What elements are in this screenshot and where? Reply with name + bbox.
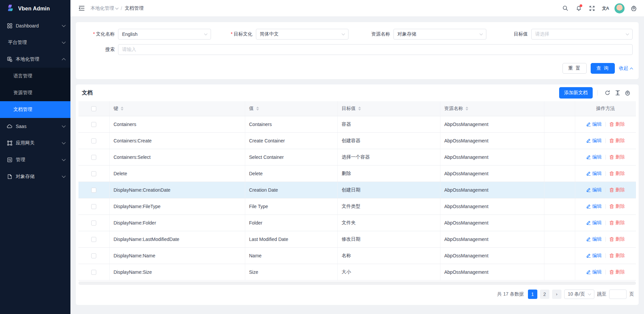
delete-button[interactable]: 删除 [609,253,625,259]
row-select-cell[interactable] [78,231,109,247]
row-select-cell[interactable] [78,198,109,214]
sidebar-item-gateway[interactable]: 应用网关 [0,135,70,151]
sidebar-item-language-management[interactable]: 语言管理 [0,68,70,84]
refresh-icon[interactable] [602,88,612,98]
sidebar-item-dashboard[interactable]: Dashboard [0,17,70,34]
table-row[interactable]: Containers Containers 容器 AbpOssManagemen… [78,116,636,132]
fullscreen-icon[interactable] [586,3,598,14]
edit-button[interactable]: 编辑 [586,220,602,226]
table-settings-gear-icon[interactable] [623,88,633,98]
collapse-form-link[interactable]: 收起 [619,65,633,71]
edit-button[interactable]: 编辑 [586,269,602,275]
logo[interactable]: Vben Admin [0,0,70,17]
delete-button[interactable]: 删除 [609,220,625,226]
sort-icon[interactable] [121,107,123,111]
delete-button[interactable]: 删除 [609,121,625,127]
sort-icon[interactable] [358,107,361,111]
resource-name-select[interactable]: 对象存储 [393,29,486,40]
table-row[interactable]: DisplayName:LastModifiedDate Last Modifi… [78,231,636,247]
column-resource-name[interactable]: 资源名称 [440,101,544,116]
row-height-icon[interactable] [612,88,623,98]
row-checkbox[interactable] [91,237,96,242]
row-select-cell[interactable] [78,182,109,198]
row-checkbox[interactable] [91,171,96,176]
sidebar-collapse-icon[interactable] [76,3,87,13]
query-button[interactable]: 查 询 [591,63,615,74]
delete-button[interactable]: 删除 [609,203,625,209]
row-checkbox[interactable] [91,122,96,127]
column-value[interactable]: 值 [245,101,337,116]
row-checkbox[interactable] [91,270,96,275]
cell-value: Creation Date [245,182,337,198]
row-select-cell[interactable] [78,149,109,165]
reset-button[interactable]: 重 置 [562,63,587,74]
edit-button[interactable]: 编辑 [586,138,602,144]
delete-button[interactable]: 删除 [609,187,625,193]
select-all-checkbox[interactable] [91,106,96,111]
sidebar-item-localization[interactable]: 本地化管理 [0,51,70,68]
breadcrumb-parent[interactable]: 本地化管理 [91,5,118,11]
sidebar-item-saas[interactable]: Saas [0,118,70,135]
jump-page-input[interactable] [609,290,627,299]
sidebar-item-object-storage[interactable]: 对象存储 [0,168,70,185]
row-checkbox[interactable] [91,204,96,209]
row-select-cell[interactable] [78,214,109,231]
notification-icon[interactable] [573,3,584,14]
sidebar-item-admin[interactable]: 管理 [0,151,70,168]
search-input[interactable]: 请输入 [118,44,633,55]
sort-icon[interactable] [256,107,259,111]
search-icon[interactable] [559,3,571,14]
add-document-button[interactable]: 添加新文档 [559,87,593,99]
edit-button[interactable]: 编辑 [586,171,602,177]
page-size-select[interactable]: 10 条/页 [564,290,594,299]
table-row[interactable]: DisplayName:Folder Folder 文件夹 AbpOssMana… [78,214,636,231]
column-target-value[interactable]: 目标值 [337,101,440,116]
edit-button[interactable]: 编辑 [586,253,602,259]
edit-button[interactable]: 编辑 [586,121,602,127]
table-row[interactable]: DisplayName:Size Size 大小 AbpOssManagemen… [78,264,636,280]
translate-icon[interactable]: 文A [600,3,611,14]
table-row[interactable]: DisplayName:CreationDate Creation Date 创… [78,182,636,198]
select-all-cell[interactable] [78,101,109,116]
row-select-cell[interactable] [78,165,109,182]
next-page-button[interactable]: › [552,290,561,299]
sort-icon[interactable] [466,107,468,111]
row-select-cell[interactable] [78,116,109,132]
row-select-cell[interactable] [78,264,109,280]
table-row[interactable]: DisplayName:Name Name 名称 AbpOssManagemen… [78,247,636,264]
documents-table: 键 值 目标值 资源名称 操作方法 Containers Conta [78,101,636,280]
delete-button[interactable]: 删除 [609,138,625,144]
row-select-cell[interactable] [78,132,109,149]
delete-button[interactable]: 删除 [609,171,625,177]
row-checkbox[interactable] [91,155,96,160]
delete-button[interactable]: 删除 [609,154,625,160]
jump-suffix: 页 [629,291,634,297]
row-select-cell[interactable] [78,247,109,264]
avatar[interactable] [614,3,625,13]
delete-button[interactable]: 删除 [609,236,625,242]
delete-button[interactable]: 删除 [609,269,625,275]
target-value-select[interactable]: 请选择 [531,29,633,40]
edit-button[interactable]: 编辑 [586,203,602,209]
table-row[interactable]: DisplayName:FileType File Type 文件类型 AbpO… [78,198,636,214]
gear-icon[interactable] [628,3,639,14]
column-key[interactable]: 键 [109,101,245,116]
row-checkbox[interactable] [91,138,96,143]
target-culture-select[interactable]: 简体中文 [256,29,349,40]
culture-name-select[interactable]: English [118,29,211,40]
page-button-1[interactable]: 1 [528,290,537,299]
table-row[interactable]: Containers:Select Select Container 选择一个容… [78,149,636,165]
row-checkbox[interactable] [91,253,96,258]
sidebar-item-resource-management[interactable]: 资源管理 [0,84,70,101]
edit-button[interactable]: 编辑 [586,154,602,160]
sidebar-item-platform[interactable]: 平台管理 [0,34,70,51]
horizontal-scrollbar[interactable] [78,281,636,285]
row-checkbox[interactable] [91,221,96,226]
table-row[interactable]: Delete Delete 删除 AbpOssManagement 编辑 [78,165,636,182]
edit-button[interactable]: 编辑 [586,236,602,242]
edit-button[interactable]: 编辑 [586,187,602,193]
table-row[interactable]: Containers:Create Create Container 创建容器 … [78,132,636,149]
page-button-2[interactable]: 2 [540,290,549,299]
sidebar-item-document-management[interactable]: 文档管理 [0,101,70,118]
row-checkbox[interactable] [91,188,96,193]
